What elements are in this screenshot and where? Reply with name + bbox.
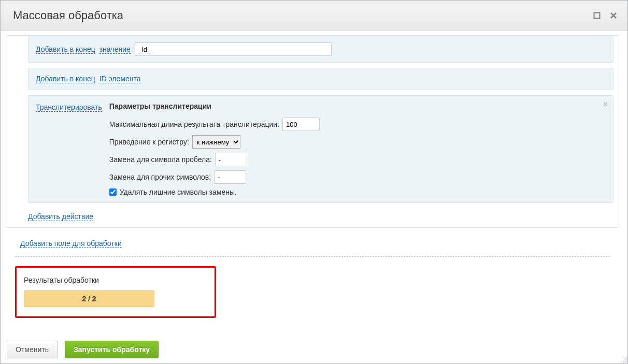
action-type-link[interactable]: Добавить в конец — [36, 75, 95, 83]
dialog-window: Массовая обработка Добавить в конец знач… — [0, 0, 628, 364]
svg-line-5 — [625, 361, 626, 362]
run-button[interactable]: Запустить обработку — [65, 341, 159, 358]
action-mode-link[interactable]: значение — [99, 45, 131, 54]
progress-text: 2 / 2 — [82, 295, 96, 303]
dialog-header: Массовая обработка — [1, 1, 627, 31]
strip-extra-label: Удалять лишние символы замены. — [120, 188, 237, 196]
progress-bar: 2 / 2 — [24, 290, 154, 307]
action-append-value: Добавить в конец значение — [28, 36, 613, 63]
dialog-title: Массовая обработка — [13, 9, 123, 22]
max-length-label: Максимальная длина результата транслитер… — [109, 120, 279, 128]
resize-handle-icon[interactable] — [620, 356, 627, 363]
other-replace-input[interactable] — [214, 170, 246, 184]
action-type-link[interactable]: Добавить в конец — [36, 45, 95, 54]
close-icon[interactable] — [610, 12, 617, 19]
space-replace-input[interactable] — [215, 153, 247, 166]
add-action-link[interactable]: Добавить действие — [28, 212, 93, 221]
case-select[interactable]: к нижнему — [192, 135, 240, 149]
field-panel: Добавить в конец значение Добавить в кон… — [6, 35, 619, 228]
strip-extra-checkbox[interactable] — [109, 188, 117, 196]
scroll-area[interactable]: Добавить в конец значение Добавить в кон… — [1, 31, 627, 335]
dialog-body: Добавить в конец значение Добавить в кон… — [1, 31, 627, 363]
other-replace-label: Замена для прочих символов: — [109, 173, 211, 181]
translit-params: Параметры транслитерации Максимальная дл… — [109, 102, 320, 196]
case-label: Приведение к регистру: — [109, 138, 189, 146]
results-label: Результаты обработки — [24, 276, 207, 284]
append-value-input[interactable] — [135, 42, 332, 56]
cancel-button[interactable]: Отменить — [7, 341, 58, 358]
action-type-link[interactable]: Транслитерировать — [36, 103, 102, 112]
separator — [15, 256, 610, 257]
window-controls — [593, 12, 617, 19]
maximize-icon[interactable] — [593, 12, 601, 19]
action-append-id: Добавить в конец ID элемента — [28, 68, 613, 90]
action-mode-link[interactable]: ID элемента — [99, 75, 141, 83]
svg-rect-0 — [594, 13, 600, 19]
space-replace-label: Замена для символа пробела: — [109, 155, 212, 164]
close-icon[interactable]: × — [603, 100, 608, 109]
max-length-input[interactable] — [282, 118, 320, 131]
action-transliterate: × Транслитерировать Параметры транслитер… — [28, 95, 613, 203]
results-box: Результаты обработки 2 / 2 — [15, 266, 216, 318]
dialog-footer: Отменить Запустить обработку — [1, 336, 627, 363]
params-heading: Параметры транслитерации — [109, 102, 320, 110]
add-field-link[interactable]: Добавить поле для обработки — [20, 239, 122, 248]
